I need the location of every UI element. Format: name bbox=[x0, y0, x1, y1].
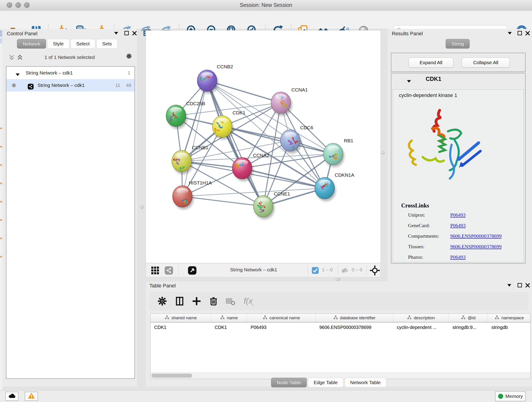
protein-details: cyclin-dependent kinase 1 bbox=[393, 89, 524, 262]
tab-style[interactable]: Style bbox=[47, 39, 70, 49]
delete-table-icon[interactable] bbox=[225, 296, 235, 306]
network-edge-CDK1-RB1[interactable] bbox=[222, 127, 333, 154]
hierarchy-icon bbox=[263, 315, 268, 321]
tab-select[interactable]: Select bbox=[70, 39, 95, 49]
collapse-all-button[interactable]: Collapse All bbox=[462, 57, 510, 68]
column-header-@id[interactable]: @id bbox=[449, 314, 488, 322]
memory-label: Memory bbox=[505, 394, 523, 399]
hierarchy-icon bbox=[220, 315, 225, 321]
tab-edge-table[interactable]: Edge Table bbox=[308, 378, 343, 387]
network-edge-HIST1H1A-CCNE1[interactable] bbox=[182, 196, 263, 206]
results-panel-close-icon[interactable] bbox=[524, 30, 531, 36]
control-panel-float-icon[interactable] bbox=[113, 30, 120, 36]
table-panel-maximize-icon[interactable] bbox=[516, 282, 523, 288]
table-panel-close-icon[interactable] bbox=[524, 282, 531, 288]
selected-counts: 1 – 0 bbox=[322, 267, 333, 273]
network-canvas[interactable]: CCNB2CCNA1CDC25BCDK1CDC6RB1CCNB1CCNA2CDK… bbox=[146, 30, 381, 263]
table-cell: stringdb:9... bbox=[449, 322, 488, 332]
network-graph[interactable]: CCNB2CCNA1CDC25BCDK1CDC6RB1CCNB1CCNA2CDK… bbox=[146, 31, 380, 263]
results-panel-maximize-icon[interactable] bbox=[516, 30, 523, 36]
network-node-CDK1[interactable]: CDK1 bbox=[212, 110, 245, 140]
memory-status-dot bbox=[498, 394, 503, 399]
column-header-description[interactable]: description bbox=[393, 314, 449, 322]
network-node-CCNA1[interactable]: CCNA1 bbox=[271, 87, 308, 116]
protein-description: cyclin-dependent kinase 1 bbox=[399, 92, 457, 98]
network-node-label: HIST1H1A bbox=[189, 180, 212, 185]
network-label: String Network – cdk1 bbox=[38, 79, 85, 91]
control-panel-close-icon[interactable] bbox=[131, 30, 138, 36]
window-title: Session: New Session bbox=[0, 2, 532, 8]
tab-node-table[interactable]: Node Table bbox=[271, 378, 307, 387]
protein-collapse-icon[interactable] bbox=[406, 78, 412, 85]
memory-button[interactable]: Memory bbox=[495, 391, 526, 401]
column-header-label: description bbox=[414, 315, 435, 320]
network-node-label: CCNA2 bbox=[253, 153, 269, 158]
network-edge-CCNB2-HIST1H1A[interactable] bbox=[182, 81, 207, 196]
table-cell: 9606.ENSP00000378699 bbox=[316, 322, 393, 332]
tab-network[interactable]: Network bbox=[17, 39, 46, 49]
network-row[interactable]: String Network – cdk1 11 48 bbox=[6, 79, 134, 91]
crosslink-link[interactable]: P06493 bbox=[450, 254, 466, 260]
splitter-handle-left[interactable] bbox=[140, 205, 144, 209]
network-node-label: CCNB1 bbox=[192, 145, 208, 150]
hierarchy-icon bbox=[494, 315, 500, 321]
network-panel-gear-icon[interactable] bbox=[126, 53, 132, 60]
delete-row-icon[interactable] bbox=[209, 296, 219, 306]
crosslink-link[interactable]: P06493 bbox=[450, 212, 466, 218]
crosslink-label: GeneCard: bbox=[408, 223, 430, 229]
column-header-database-identifier[interactable]: database identifier bbox=[316, 314, 393, 322]
hierarchy-icon bbox=[407, 315, 412, 321]
hidden-eye-icon[interactable] bbox=[341, 267, 349, 275]
column-header-namespace[interactable]: namespace bbox=[488, 314, 531, 322]
network-node-RB1[interactable]: RB1 bbox=[323, 138, 353, 167]
results-buttons-box: Expand All Collapse All bbox=[391, 53, 526, 72]
crosslink-link[interactable]: 9606.ENSP00000378699 bbox=[450, 244, 501, 249]
column-header-label: canonical name bbox=[269, 315, 300, 320]
control-panel-maximize-icon[interactable] bbox=[123, 30, 130, 36]
network-edge-CCNB2-CCNE1[interactable] bbox=[207, 81, 263, 206]
table-panel-float-icon[interactable] bbox=[506, 282, 513, 288]
expand-all-button[interactable]: Expand All bbox=[409, 57, 453, 68]
column-header-canonical-name[interactable]: canonical name bbox=[247, 314, 316, 322]
cloud-button[interactable] bbox=[5, 392, 19, 401]
table-cell: stringdb bbox=[488, 322, 531, 332]
protein-structure-image bbox=[403, 106, 486, 184]
crosshair-icon[interactable] bbox=[370, 265, 380, 277]
splitter-handle-right[interactable] bbox=[381, 151, 385, 154]
column-header-name[interactable]: name bbox=[211, 314, 247, 322]
column-header-label: @id bbox=[468, 315, 475, 320]
tab-sets[interactable]: Sets bbox=[96, 39, 118, 49]
warnings-button[interactable] bbox=[25, 392, 38, 401]
crosslink-label: Uniprot: bbox=[408, 212, 425, 218]
results-panel-float-icon[interactable] bbox=[506, 30, 513, 36]
network-node-CCNB1[interactable]: CCNB1 bbox=[172, 145, 208, 174]
network-node-CCNE1[interactable]: CCNE1 bbox=[253, 191, 290, 219]
tab-network-table[interactable]: Network Table bbox=[345, 378, 386, 387]
network-view-icon[interactable] bbox=[164, 266, 173, 276]
splitter-handle-bottom[interactable] bbox=[336, 278, 340, 281]
column-header-shared-name[interactable]: shared name bbox=[151, 314, 211, 322]
annotation-mode-icon[interactable] bbox=[188, 266, 197, 276]
hierarchy-icon bbox=[165, 315, 170, 321]
network-node-label: CDK1 bbox=[233, 110, 245, 115]
tab-string[interactable]: String bbox=[446, 39, 470, 49]
network-collection-row[interactable]: String Network – cdk1 1 bbox=[6, 67, 134, 79]
table-settings-gear-icon[interactable] bbox=[157, 296, 167, 306]
add-row-icon[interactable] bbox=[191, 296, 202, 306]
grid-view-icon[interactable] bbox=[151, 266, 160, 276]
table-toolbar: f(x) bbox=[149, 292, 528, 310]
crosslink-link[interactable]: P06493 bbox=[450, 223, 466, 228]
network-node-CCNB2[interactable]: CCNB2 bbox=[197, 64, 233, 94]
table-hscrollbar-thumb[interactable] bbox=[152, 374, 192, 378]
crosslink-link[interactable]: 9606.ENSP00000378699 bbox=[450, 233, 501, 239]
network-status-dot bbox=[12, 83, 16, 87]
protein-result-box: CDK1 cyclin-dependent kinase 1 bbox=[391, 73, 526, 264]
table-row[interactable]: CDK1CDK1P064939606.ENSP00000378699cyclin… bbox=[151, 322, 530, 332]
network-node-CDKN1A[interactable]: CDKN1A bbox=[315, 172, 354, 201]
network-node-label: CCNE1 bbox=[274, 191, 290, 196]
desktop-sliver bbox=[0, 29, 2, 390]
function-builder-icon[interactable]: f(x) bbox=[243, 296, 259, 306]
column-header-label: database identifier bbox=[340, 315, 375, 320]
insert-column-icon[interactable] bbox=[175, 296, 185, 306]
selected-nodes-checkbox[interactable] bbox=[311, 267, 319, 275]
